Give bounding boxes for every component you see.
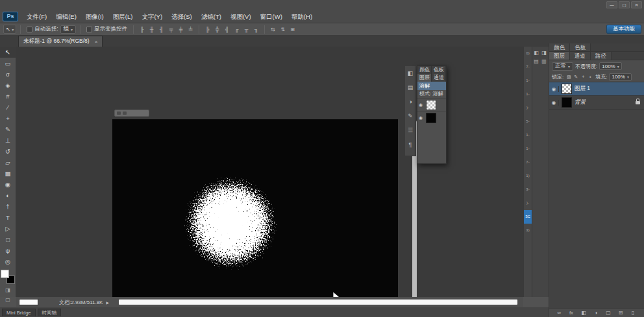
tab-timeline[interactable]: 时间轴	[38, 309, 62, 316]
lasso-tool[interactable]: σ	[0, 69, 16, 80]
panel-tab[interactable]: 通道	[570, 52, 591, 60]
restore-button[interactable]: ▢	[619, 1, 630, 8]
pasteboard[interactable]	[16, 47, 523, 297]
horizontal-scrollbar[interactable]	[119, 299, 517, 305]
brush-tool[interactable]: ✎	[0, 124, 16, 135]
panel-tab[interactable]: 颜色	[417, 66, 432, 74]
workspace-switcher-button[interactable]: 基本功能	[606, 25, 641, 34]
show-transform-checkbox[interactable]	[86, 27, 92, 32]
shape-tool[interactable]: □	[0, 234, 16, 245]
fill-select[interactable]: 100% ▾	[609, 73, 631, 81]
actions-panel-icon[interactable]: ▥	[540, 57, 548, 65]
new-layer-icon[interactable]: ⊞	[617, 309, 624, 317]
adjustment-layer-icon[interactable]: ◑	[593, 309, 599, 317]
panel-tab[interactable]: 色板	[570, 43, 591, 51]
document-tab[interactable]: 未标题-1 @ 66.7%(RGB/8) ×	[18, 36, 103, 47]
align-top-icon[interactable]: ╤	[167, 25, 175, 34]
blur-tool[interactable]: ◉	[0, 179, 16, 190]
canvas-mini-toolbar[interactable]	[114, 110, 149, 117]
collapsed-panel-item[interactable]: 1-	[524, 128, 532, 142]
collapsed-panel-item[interactable]: 3)	[524, 224, 532, 237]
collapsed-panel-item[interactable]: 7-	[524, 156, 532, 169]
menu-item[interactable]: 视图(V)	[226, 10, 256, 23]
panel-tab[interactable]: 路径	[591, 52, 612, 60]
close-tab-icon[interactable]: ×	[95, 39, 98, 45]
layer-thumbnail[interactable]	[426, 100, 436, 110]
align-middle-icon[interactable]: ╪	[177, 25, 185, 34]
auto-select-checkbox[interactable]	[27, 27, 32, 32]
collapsed-panel-item[interactable]: )-	[524, 101, 532, 115]
menu-item[interactable]: 编辑(E)	[51, 10, 81, 23]
type-tool[interactable]: T	[0, 212, 16, 223]
align-left-icon[interactable]: ╟	[138, 25, 146, 34]
collapsed-panel-item[interactable]: 5-	[524, 115, 532, 128]
lock-image-pixels-icon[interactable]: ✎	[573, 73, 579, 81]
healing-brush-tool[interactable]: +	[0, 113, 16, 124]
zoom-tool[interactable]: ◎	[0, 256, 16, 267]
close-button[interactable]: ✕	[631, 1, 642, 8]
lock-all-icon[interactable]: ▪	[587, 73, 593, 81]
auto-select-dropdown[interactable]: 组 ▾	[60, 25, 77, 34]
history-brush-tool[interactable]: ↺	[0, 146, 16, 157]
hand-tool[interactable]: ψ	[0, 245, 16, 256]
blend-mode-select[interactable]: 正常 ▾	[552, 62, 573, 71]
auto-align-icon[interactable]: ⇆	[269, 25, 277, 34]
status-menu-arrow-icon[interactable]: ▶	[106, 300, 109, 305]
collapsed-panel-item[interactable]: 7-	[524, 60, 532, 74]
gradient-tool[interactable]: ▦	[0, 168, 16, 179]
collapsed-panel-item[interactable]: 1)	[524, 169, 532, 183]
layer-row[interactable]: ◉ 图层 1	[549, 82, 644, 96]
panel-tab[interactable]: 图层	[417, 74, 432, 82]
collapsed-panel-item[interactable]: )-	[524, 196, 532, 210]
collapsed-panel-item[interactable]: 3C	[524, 210, 532, 224]
layer-thumbnail[interactable]	[562, 97, 572, 108]
menu-item[interactable]: 帮助(H)	[287, 10, 317, 23]
menu-item[interactable]: 图像(I)	[81, 10, 108, 23]
menu-item[interactable]: 文件(F)	[22, 10, 51, 23]
distribute-bottom-icon[interactable]: ╖	[252, 25, 260, 34]
marquee-tool[interactable]: ▭	[0, 58, 16, 69]
quick-mask-button[interactable]: ◨	[4, 286, 12, 294]
foreground-color-swatch[interactable]	[1, 270, 9, 278]
lock-transparent-pixels-icon[interactable]: ▨	[565, 73, 572, 81]
auto-distribute-icon[interactable]: ⇅	[279, 25, 287, 34]
menu-item[interactable]: 文字(Y)	[137, 10, 167, 23]
history-panel-icon[interactable]: ◧	[532, 49, 540, 57]
blend-mode-row[interactable]: 模式: 溶解	[417, 90, 446, 98]
panel-tab[interactable]: 色板	[432, 66, 446, 74]
document-canvas[interactable]	[112, 119, 398, 317]
distribute-top-icon[interactable]: ╓	[232, 25, 241, 34]
adjustments-panel-icon[interactable]: ▤	[405, 80, 415, 95]
pen-tool[interactable]: †	[0, 201, 16, 212]
distribute-left-icon[interactable]: ╠	[203, 25, 212, 34]
collapsed-panel-item[interactable]: 1-	[524, 142, 532, 156]
layer-visibility-toggle[interactable]: ◉	[549, 100, 559, 106]
distribute-center-icon[interactable]: ╬	[213, 25, 221, 34]
layer-visibility-toggle[interactable]: ◉	[419, 115, 424, 121]
panel-tab[interactable]: 图层	[549, 52, 570, 60]
tab-mini-bridge[interactable]: Mini Bridge	[2, 309, 36, 316]
dodge-tool[interactable]: ◐	[0, 190, 16, 201]
align-bottom-icon[interactable]: ╧	[186, 25, 195, 34]
screen-mode-button[interactable]: ▢	[4, 296, 12, 304]
collapsed-panel-item[interactable]: 3-	[524, 183, 532, 196]
arrange-documents-icon[interactable]: ⊞	[288, 25, 297, 34]
link-layers-icon[interactable]: ∞	[556, 309, 562, 317]
zoom-input[interactable]	[19, 299, 38, 305]
blend-mode-highlighted-item[interactable]: 溶解	[417, 82, 446, 90]
layer-row[interactable]: ◉ 背景	[549, 96, 644, 110]
menu-item[interactable]: 图层(L)	[108, 10, 138, 23]
lock-position-icon[interactable]: +	[580, 73, 586, 81]
collapsed-panel-item[interactable]: 1-	[524, 74, 532, 88]
panel-tab[interactable]: 颜色	[549, 43, 570, 51]
tool-preset-dropdown[interactable]: ↖ ▾	[3, 25, 16, 34]
crop-tool[interactable]: #	[0, 91, 16, 102]
distribute-right-icon[interactable]: ╣	[223, 25, 231, 34]
color-panel-icon[interactable]: ◧	[405, 66, 415, 80]
opacity-select[interactable]: 100% ▾	[599, 62, 621, 70]
clone-stamp-tool[interactable]: ⊥	[0, 135, 16, 146]
minimize-button[interactable]: —	[606, 1, 617, 8]
align-center-horizontal-icon[interactable]: ╫	[147, 25, 156, 34]
properties-panel-icon[interactable]: ◨	[540, 49, 548, 57]
eyedropper-tool[interactable]: ∕	[0, 102, 16, 113]
